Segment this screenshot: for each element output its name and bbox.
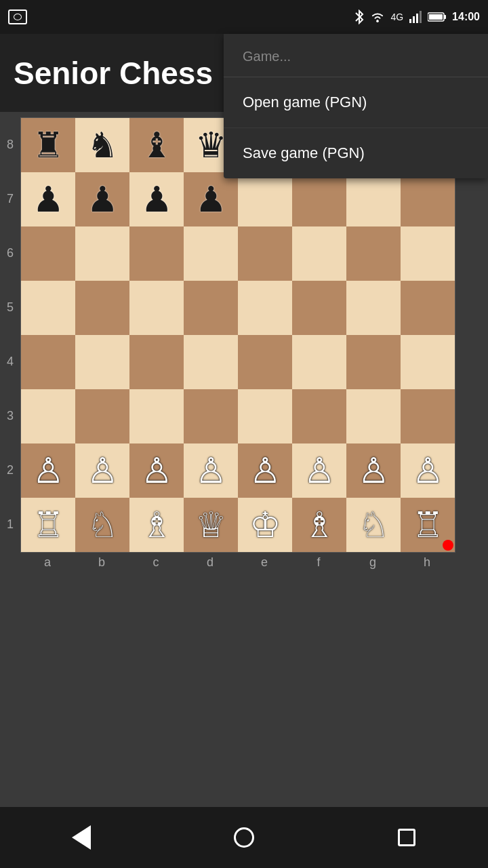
- dropdown-header-text: Game...: [243, 49, 291, 64]
- chess-board-container: 8 7 6 5 4 3 2 1 ♜ ♞ ♝ ♛: [0, 112, 488, 570]
- square-f2[interactable]: ♙: [292, 443, 346, 498]
- square-e6[interactable]: [238, 226, 292, 281]
- square-c4[interactable]: [129, 335, 184, 389]
- save-pgn-item[interactable]: Save game (PGN): [224, 128, 488, 178]
- square-h7[interactable]: [401, 172, 455, 226]
- piece-g2: ♙: [358, 453, 390, 488]
- square-c2[interactable]: ♙: [129, 443, 184, 498]
- square-f3[interactable]: [292, 389, 346, 443]
- recents-button[interactable]: [386, 817, 427, 858]
- square-e5[interactable]: [238, 281, 292, 335]
- square-e1[interactable]: ♔: [238, 498, 292, 552]
- square-b7[interactable]: ♟: [75, 172, 129, 226]
- chess-board[interactable]: ♜ ♞ ♝ ♛ ♟ ♟ ♟ ♟: [20, 117, 455, 553]
- square-e2[interactable]: ♙: [238, 443, 292, 498]
- square-c3[interactable]: [129, 389, 184, 443]
- home-button[interactable]: [224, 817, 264, 858]
- rank-1: 1: [0, 497, 20, 551]
- square-d3[interactable]: [184, 389, 238, 443]
- square-e7[interactable]: [238, 172, 292, 226]
- piece-h1: ♖: [412, 507, 444, 542]
- square-g1[interactable]: ♘: [346, 498, 401, 552]
- square-h4[interactable]: [401, 335, 455, 389]
- square-b4[interactable]: [75, 335, 129, 389]
- square-d7[interactable]: ♟: [184, 172, 238, 226]
- square-g6[interactable]: [346, 226, 401, 281]
- back-button[interactable]: [61, 817, 102, 858]
- square-a7[interactable]: ♟: [21, 172, 75, 226]
- piece-b7: ♟: [87, 182, 119, 217]
- square-g2[interactable]: ♙: [346, 443, 401, 498]
- file-c: c: [129, 553, 183, 570]
- back-icon: [72, 825, 91, 850]
- square-b1[interactable]: ♘: [75, 498, 129, 552]
- wifi-icon: [370, 11, 385, 23]
- app-title: Senior Chess: [14, 55, 213, 92]
- square-b6[interactable]: [75, 226, 129, 281]
- square-a4[interactable]: [21, 335, 75, 389]
- square-a1[interactable]: ♖: [21, 498, 75, 552]
- square-h5[interactable]: [401, 281, 455, 335]
- status-bar: 4G 14:00: [0, 0, 488, 34]
- file-f: f: [291, 553, 346, 570]
- square-c6[interactable]: [129, 226, 184, 281]
- square-a5[interactable]: [21, 281, 75, 335]
- square-h3[interactable]: [401, 389, 455, 443]
- piece-d2: ♙: [195, 453, 227, 488]
- square-c1[interactable]: ♗: [129, 498, 184, 552]
- signal-icon: [409, 11, 422, 23]
- svg-rect-2: [413, 16, 415, 23]
- square-e3[interactable]: [238, 389, 292, 443]
- piece-f1: ♗: [304, 507, 336, 542]
- square-g3[interactable]: [346, 389, 401, 443]
- square-b8[interactable]: ♞: [75, 118, 129, 172]
- svg-rect-6: [444, 15, 446, 19]
- bluetooth-icon: [354, 9, 365, 24]
- square-a2[interactable]: ♙: [21, 443, 75, 498]
- photo-icon: [8, 9, 27, 24]
- square-g5[interactable]: [346, 281, 401, 335]
- square-b2[interactable]: ♙: [75, 443, 129, 498]
- dropdown-menu: Game... Open game (PGN) Save game (PGN): [224, 34, 488, 178]
- square-a3[interactable]: [21, 389, 75, 443]
- square-c8[interactable]: ♝: [129, 118, 184, 172]
- square-e4[interactable]: [238, 335, 292, 389]
- rank-8: 8: [0, 117, 20, 172]
- file-b: b: [75, 553, 129, 570]
- piece-d1: ♕: [195, 507, 227, 542]
- piece-a1: ♖: [33, 507, 64, 542]
- square-a8[interactable]: ♜: [21, 118, 75, 172]
- square-g4[interactable]: [346, 335, 401, 389]
- piece-b8: ♞: [87, 127, 119, 163]
- piece-d7: ♟: [195, 182, 227, 217]
- square-c7[interactable]: ♟: [129, 172, 184, 226]
- square-h1[interactable]: ♖: [401, 498, 455, 552]
- piece-e1: ♔: [249, 507, 281, 542]
- square-f4[interactable]: [292, 335, 346, 389]
- square-f1[interactable]: ♗: [292, 498, 346, 552]
- square-h2[interactable]: ♙: [401, 443, 455, 498]
- square-c5[interactable]: [129, 281, 184, 335]
- square-b5[interactable]: [75, 281, 129, 335]
- square-h6[interactable]: [401, 226, 455, 281]
- square-f5[interactable]: [292, 281, 346, 335]
- square-d6[interactable]: [184, 226, 238, 281]
- square-d2[interactable]: ♙: [184, 443, 238, 498]
- open-pgn-item[interactable]: Open game (PGN): [224, 77, 488, 128]
- file-d: d: [183, 553, 237, 570]
- recents-icon: [398, 829, 415, 846]
- square-d5[interactable]: [184, 281, 238, 335]
- square-f6[interactable]: [292, 226, 346, 281]
- piece-c7: ♟: [141, 182, 173, 217]
- piece-a2: ♙: [33, 453, 64, 488]
- square-g7[interactable]: [346, 172, 401, 226]
- svg-rect-3: [416, 14, 418, 23]
- square-a6[interactable]: [21, 226, 75, 281]
- piece-f2: ♙: [304, 453, 336, 488]
- piece-b2: ♙: [87, 453, 119, 488]
- square-d1[interactable]: ♕: [184, 498, 238, 552]
- piece-e2: ♙: [249, 453, 281, 488]
- square-d4[interactable]: [184, 335, 238, 389]
- square-b3[interactable]: [75, 389, 129, 443]
- square-f7[interactable]: [292, 172, 346, 226]
